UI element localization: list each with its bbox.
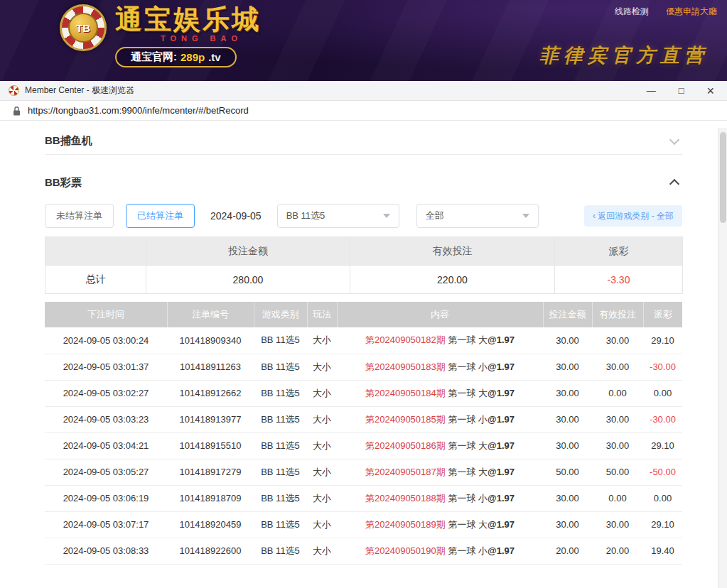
play-type-cell: 大小 — [307, 432, 337, 459]
maximize-button[interactable]: □ — [679, 86, 684, 95]
site-logo: TB 通宝娱乐城 TONG BAO 通宝官网: 289p.tv — [60, 4, 261, 67]
filter-bar: 未结算注单 已结算注单 2024-09-05 BB 11选5 全部 ‹ 返回游戏… — [45, 204, 682, 228]
game-select[interactable]: BB 11选5 — [277, 204, 399, 228]
scrollbar-thumb[interactable] — [720, 132, 726, 223]
valid-bet-cell: 30.00 — [592, 406, 643, 432]
play-type-cell: 大小 — [307, 406, 337, 432]
summary-col-empty — [45, 237, 146, 266]
table-row: 2024-09-05 03:01:37 101418911263 BB 11选5… — [45, 354, 682, 380]
table-row: 2024-09-05 03:05:27 101418917279 BB 11选5… — [45, 459, 682, 485]
valid-bet-cell: 30.00 — [592, 432, 643, 459]
bet-pick: 第一球 大 — [448, 467, 488, 477]
valid-bet-cell: 0.00 — [592, 485, 643, 511]
bet-id-cell: 101418915510 — [167, 432, 254, 459]
bet-content-cell: 第202409050190期 第一球 小@1.97 — [337, 538, 543, 564]
table-row: 2024-09-05 03:02:27 101418912662 BB 11选5… — [45, 380, 682, 406]
table-row: 2024-09-05 03:07:17 101418920459 BB 11选5… — [45, 511, 682, 538]
bet-id-cell: 101418913977 — [167, 406, 254, 432]
bet-time-cell: 2024-09-05 03:03:23 — [45, 406, 167, 432]
bet-amount-cell: 30.00 — [543, 354, 592, 380]
total-payout: -3.30 — [555, 266, 683, 294]
bet-content-cell: 第202409050187期 第一球 大@1.97 — [337, 459, 543, 485]
minimize-button[interactable]: — — [647, 86, 656, 95]
game-type-cell: BB 11选5 — [254, 485, 307, 511]
bet-amount-cell: 30.00 — [543, 327, 592, 354]
bet-pick: 第一球 小 — [448, 414, 488, 425]
col-header-game: 游戏类别 — [254, 302, 307, 327]
bet-odds: @1.97 — [488, 414, 515, 425]
promo-hall-link[interactable]: 優惠申請大廳 — [666, 6, 717, 18]
official-site-badge[interactable]: 通宝官网: 289p.tv — [115, 47, 237, 67]
bet-time-cell: 2024-09-05 03:02:27 — [45, 380, 167, 406]
bet-odds: @1.97 — [488, 545, 515, 556]
bet-odds: @1.97 — [488, 467, 515, 477]
game-type-cell: BB 11选5 — [254, 406, 307, 432]
bet-odds: @1.97 — [488, 493, 515, 503]
scope-select[interactable]: 全部 — [416, 204, 539, 228]
official-slogan: 菲律宾官方直营 — [539, 43, 709, 68]
page-content: BB捕鱼机 BB彩票 未结算注单 已结算注单 2024-09-05 BB 11选… — [0, 128, 727, 565]
summary-col-bet-amount: 投注金额 — [146, 237, 350, 266]
chevron-up-icon[interactable] — [669, 179, 679, 189]
site-logo-subtitle: TONG BAO — [115, 34, 261, 43]
payout-cell: -30.00 — [643, 354, 682, 380]
bet-odds: @1.97 — [488, 388, 515, 398]
table-row: 2024-09-05 03:00:24 101418909340 BB 11选5… — [45, 327, 682, 354]
caret-down-icon — [522, 214, 529, 218]
site-banner: TB 通宝娱乐城 TONG BAO 通宝官网: 289p.tv 线路检测 優惠申… — [0, 0, 727, 81]
bet-pick: 第一球 大 — [448, 519, 488, 530]
game-type-cell: BB 11选5 — [254, 354, 307, 380]
url-text[interactable]: https://tongbao31.com:9900/infe/mcenter/… — [28, 105, 249, 116]
game-type-cell: BB 11选5 — [254, 538, 307, 564]
chevron-down-icon[interactable] — [669, 134, 679, 144]
payout-cell: 29.10 — [643, 432, 682, 459]
date-picker[interactable]: 2024-09-05 — [210, 210, 262, 222]
summary-total-row: 总计 280.00 220.00 -3.30 — [45, 266, 683, 294]
table-row: 2024-09-05 03:06:19 101418918709 BB 11选5… — [45, 485, 682, 511]
section-fishing[interactable]: BB捕鱼机 — [45, 128, 682, 155]
bet-content-cell: 第202409050182期 第一球 大@1.97 — [337, 327, 543, 354]
table-row: 2024-09-05 03:03:23 101418913977 BB 11选5… — [45, 406, 682, 432]
bet-amount-cell: 30.00 — [543, 432, 592, 459]
bet-pick: 第一球 大 — [448, 440, 488, 451]
table-row: 2024-09-05 03:08:33 101418922600 BB 11选5… — [45, 538, 682, 564]
unsettled-bets-button[interactable]: 未结算注单 — [45, 204, 114, 228]
caret-down-icon — [383, 214, 390, 218]
bet-amount-cell: 30.00 — [543, 380, 592, 406]
bet-amount-cell: 30.00 — [543, 406, 592, 432]
line-check-link[interactable]: 线路检测 — [615, 6, 649, 18]
game-type-cell: BB 11选5 — [254, 327, 307, 354]
bet-period: 第202409050190期 — [365, 545, 446, 556]
bet-id-cell: 101418911263 — [167, 354, 254, 380]
bet-id-cell: 101418917279 — [167, 459, 254, 485]
bet-amount-cell: 30.00 — [543, 511, 592, 538]
official-suffix: .tv — [208, 51, 221, 63]
play-type-cell: 大小 — [307, 380, 337, 406]
official-label: 通宝官网: — [131, 50, 177, 64]
scrollbar-track[interactable] — [718, 128, 727, 588]
play-type-cell: 大小 — [307, 485, 337, 511]
close-button[interactable]: × — [706, 85, 714, 97]
game-type-cell: BB 11选5 — [254, 432, 307, 459]
address-bar[interactable]: https://tongbao31.com:9900/infe/mcenter/… — [0, 101, 727, 121]
payout-cell: 19.40 — [643, 538, 682, 564]
window-controls: — □ × — [647, 85, 727, 97]
play-type-cell: 大小 — [307, 459, 337, 485]
banner-links: 线路检测 優惠申請大廳 — [615, 6, 717, 18]
screen: TB 通宝娱乐城 TONG BAO 通宝官网: 289p.tv 线路检测 優惠申… — [0, 0, 727, 588]
settled-bets-button[interactable]: 已结算注单 — [126, 204, 195, 228]
logo-text-block: 通宝娱乐城 TONG BAO 通宝官网: 289p.tv — [115, 4, 261, 67]
bet-id-cell: 101418909340 — [167, 327, 254, 354]
bet-amount-cell: 50.00 — [543, 459, 592, 485]
table-row: 2024-09-05 03:04:21 101418915510 BB 11选5… — [45, 432, 682, 459]
valid-bet-cell: 30.00 — [592, 354, 643, 380]
window-icon — [9, 85, 19, 96]
bet-pick: 第一球 大 — [448, 334, 488, 345]
payout-cell: 29.10 — [643, 511, 682, 538]
section-lottery[interactable]: BB彩票 — [45, 169, 682, 196]
back-to-category-link[interactable]: ‹ 返回游戏类别 - 全部 — [584, 205, 682, 227]
bet-odds: @1.97 — [488, 334, 515, 345]
bet-pick: 第一球 小 — [448, 361, 488, 372]
valid-bet-cell: 20.00 — [592, 538, 643, 564]
payout-cell: 0.00 — [643, 485, 682, 511]
